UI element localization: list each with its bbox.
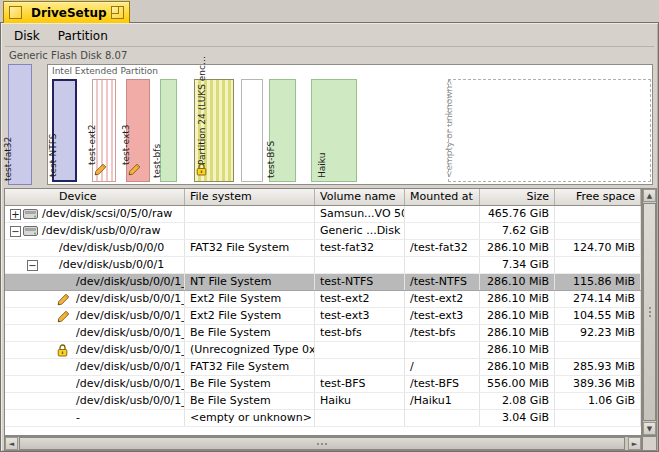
cell-mount-point bbox=[405, 257, 480, 273]
pencil-icon bbox=[57, 310, 70, 324]
cell-size: 286.10 MiB bbox=[480, 240, 555, 256]
table-row[interactable]: /dev/disk/usb/0/0/1_1Ext2 File Systemtes… bbox=[5, 291, 641, 308]
cell-volume-name: Haiku bbox=[315, 393, 405, 409]
cell-volume-name bbox=[315, 359, 405, 375]
cell-device: /dev/disk/usb/0/0/1_6 bbox=[5, 376, 185, 392]
cell-mount-point bbox=[405, 206, 480, 222]
partition-label: <empty or unknown> bbox=[444, 78, 455, 178]
lock-icon bbox=[196, 161, 207, 180]
partition-label: test-BFS bbox=[266, 141, 277, 178]
partition-block[interactable]: Partition 24 (LUKS enc… bbox=[194, 79, 234, 182]
scroll-up-button[interactable]: ▲ bbox=[643, 189, 656, 202]
lock-icon bbox=[57, 344, 68, 358]
column-header-size[interactable]: Size bbox=[480, 189, 555, 205]
cell-volume-name: test-fat32 bbox=[315, 240, 405, 256]
vertical-scrollbar[interactable]: ▲ ▼ bbox=[642, 188, 657, 436]
table-row[interactable]: −/dev/disk/usb/0/0/rawGeneric ...Disk 8.… bbox=[5, 223, 641, 240]
cell-free-space bbox=[555, 342, 641, 358]
cell-free-space: 115.86 MiB bbox=[555, 274, 641, 290]
table-row[interactable]: -<empty or unknown>3.04 GiB bbox=[5, 410, 641, 427]
horizontal-scroll-thumb[interactable] bbox=[19, 437, 625, 450]
table-row[interactable]: /dev/disk/usb/0/0/1_7Be File SystemHaiku… bbox=[5, 393, 641, 410]
scroll-right-button[interactable]: ► bbox=[628, 437, 641, 450]
column-header-file-system[interactable]: File system bbox=[185, 189, 315, 205]
zoom-button[interactable] bbox=[111, 6, 124, 19]
cell-file-system: NT File System bbox=[185, 274, 315, 290]
extended-partition-container[interactable]: Intel Extended Partitiontest-NTFStest-ex… bbox=[47, 64, 653, 185]
device-path: /dev/disk/usb/0/0/1_7 bbox=[76, 393, 185, 409]
cell-free-space: 389.36 MiB bbox=[555, 376, 641, 392]
cell-size: 286.10 MiB bbox=[480, 359, 555, 375]
table-row[interactable]: /dev/disk/usb/0/0/1_5FAT32 File System/2… bbox=[5, 359, 641, 376]
table-row[interactable]: /dev/disk/usb/0/0/1_3Be File Systemtest-… bbox=[5, 325, 641, 342]
cell-file-system bbox=[185, 257, 315, 273]
table-row[interactable]: −/dev/disk/usb/0/0/17.34 GiB bbox=[5, 257, 641, 274]
scroll-down-button[interactable]: ▼ bbox=[643, 422, 656, 435]
cell-file-system: Be File System bbox=[185, 393, 315, 409]
cell-device: /dev/disk/usb/0/0/0 bbox=[5, 240, 185, 256]
partition-label: test-ext3 bbox=[121, 125, 132, 166]
cell-free-space bbox=[555, 223, 641, 239]
device-path: /dev/disk/usb/0/0/1_0 bbox=[76, 274, 185, 290]
cell-device: +/dev/disk/scsi/0/5/0/raw bbox=[5, 206, 185, 222]
cell-free-space bbox=[555, 257, 641, 273]
partition-block[interactable]: Haiku bbox=[311, 79, 357, 182]
partition-block[interactable]: test-ext2 bbox=[92, 79, 116, 182]
partition-block[interactable]: test-ext3 bbox=[126, 79, 150, 182]
expander-toggle[interactable]: − bbox=[27, 260, 38, 271]
menu-item-partition[interactable]: Partition bbox=[49, 27, 117, 45]
column-header-mounted-at[interactable]: Mounted at bbox=[405, 189, 480, 205]
scroll-left-button[interactable]: ◄ bbox=[5, 437, 18, 450]
table-row[interactable]: /dev/disk/usb/0/0/1_4(Unrecognized Type … bbox=[5, 342, 641, 359]
cell-free-space bbox=[555, 206, 641, 222]
drivesetup-window: DriveSetup DiskPartition Generic Flash D… bbox=[0, 0, 659, 452]
cell-file-system: Ext2 File System bbox=[185, 291, 315, 307]
window-tab[interactable]: DriveSetup bbox=[3, 1, 130, 23]
device-path: /dev/disk/usb/0/0/1_6 bbox=[76, 376, 185, 392]
device-path: /dev/disk/usb/0/0/1_2 bbox=[76, 308, 185, 324]
partition-block[interactable]: test-BFS bbox=[269, 79, 296, 182]
device-path: - bbox=[76, 410, 80, 426]
down-arrow-icon: ▼ bbox=[647, 425, 652, 433]
table-row[interactable]: /dev/disk/usb/0/0/1_6Be File Systemtest-… bbox=[5, 376, 641, 393]
column-header-free-space[interactable]: Free space bbox=[555, 189, 641, 205]
partition-label: Partition 24 (LUKS enc… bbox=[197, 56, 208, 165]
table-row[interactable]: /dev/disk/usb/0/0/1_0NT File Systemtest-… bbox=[5, 274, 641, 291]
thumb-grip-icon bbox=[649, 311, 651, 313]
partition-block[interactable]: test-NTFS bbox=[52, 79, 77, 182]
partition-map: test-fat32Intel Extended Partitiontest-N… bbox=[5, 62, 655, 187]
expander-toggle[interactable]: − bbox=[10, 226, 21, 237]
menu-item-disk[interactable]: Disk bbox=[5, 27, 49, 45]
cell-volume-name: test-bfs bbox=[315, 325, 405, 341]
cell-volume-name bbox=[315, 410, 405, 426]
table-row[interactable]: +/dev/disk/scsi/0/5/0/rawSamsun...VO 500… bbox=[5, 206, 641, 223]
partition-block[interactable] bbox=[241, 79, 263, 182]
cell-size: 7.62 GiB bbox=[480, 223, 555, 239]
column-header-volume-name[interactable]: Volume name bbox=[315, 189, 405, 205]
cell-size: 286.10 MiB bbox=[480, 325, 555, 341]
cell-free-space: 285.93 MiB bbox=[555, 359, 641, 375]
cell-mount-point: /test-BFS bbox=[405, 376, 480, 392]
disk-description: Generic Flash Disk 8.07 bbox=[9, 50, 127, 61]
expander-toggle[interactable]: + bbox=[10, 209, 21, 220]
horizontal-scrollbar[interactable]: ◄ ► bbox=[4, 436, 642, 451]
vertical-scroll-thumb[interactable] bbox=[643, 203, 656, 421]
menu-bar: DiskPartition bbox=[5, 26, 654, 47]
partition-block[interactable]: <empty or unknown> bbox=[448, 79, 651, 182]
table-row[interactable]: /dev/disk/usb/0/0/1_2Ext2 File Systemtes… bbox=[5, 308, 641, 325]
partition-block[interactable]: test-fat32 bbox=[8, 64, 32, 185]
cell-volume-name: test-ext2 bbox=[315, 291, 405, 307]
scrollbar-corner bbox=[642, 436, 657, 451]
up-arrow-icon: ▲ bbox=[647, 192, 652, 200]
close-button[interactable] bbox=[9, 6, 22, 19]
cell-mount-point: / bbox=[405, 359, 480, 375]
partition-block[interactable]: test-bfs bbox=[160, 79, 177, 182]
table-row[interactable]: /dev/disk/usb/0/0/0FAT32 File Systemtest… bbox=[5, 240, 641, 257]
table-header: DeviceFile systemVolume nameMounted atSi… bbox=[5, 189, 641, 206]
cell-mount-point: /test-NTFS bbox=[405, 274, 480, 290]
window-frame: DiskPartition Generic Flash Disk 8.07 te… bbox=[0, 22, 659, 452]
thumb-grip-icon bbox=[321, 443, 323, 445]
column-header-device[interactable]: Device bbox=[5, 189, 185, 205]
cell-device: −/dev/disk/usb/0/0/raw bbox=[5, 223, 185, 239]
disk-icon bbox=[23, 225, 38, 239]
